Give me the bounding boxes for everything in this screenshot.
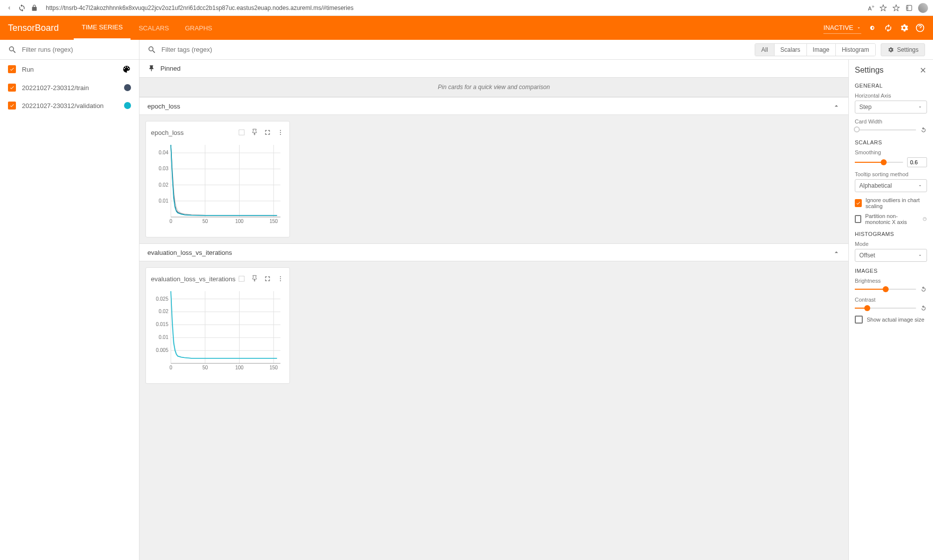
check-icon (856, 201, 861, 206)
brightness-slider[interactable] (855, 289, 916, 290)
help-icon[interactable]: ? (923, 216, 927, 222)
group-title: evaluation_loss_vs_iterations (147, 249, 232, 256)
chevron-down-icon (856, 25, 861, 30)
gear-icon (899, 23, 909, 33)
avatar[interactable] (918, 3, 928, 13)
more-icon[interactable] (276, 128, 284, 136)
toggle-histogram[interactable]: Histogram (836, 44, 875, 56)
run-name: 20221027-230312/validation (22, 102, 118, 110)
more-icon[interactable] (276, 275, 284, 283)
mode-select[interactable]: Offset (855, 249, 927, 262)
tooltip-sort-select[interactable]: Alphabetical (855, 179, 927, 192)
tooltip-sort-label: Tooltip sorting method (855, 171, 927, 177)
favorite-icon[interactable] (892, 4, 900, 12)
read-icon[interactable] (879, 4, 887, 12)
pin-icon (147, 65, 155, 73)
fit-icon[interactable] (238, 275, 246, 283)
reload-button[interactable] (883, 23, 893, 33)
back-icon[interactable] (5, 4, 13, 12)
settings-panel: Settings GENERAL Horizontal Axis Step Ca… (848, 60, 933, 560)
histograms-section-label: HISTOGRAMS (855, 231, 927, 237)
images-section-label: IMAGES (855, 268, 927, 274)
fullscreen-icon[interactable] (264, 275, 271, 283)
smoothing-slider[interactable] (855, 162, 903, 163)
smoothing-label: Smoothing (855, 149, 927, 155)
run-checkbox[interactable] (8, 65, 16, 73)
chevron-down-icon (918, 253, 923, 258)
chart-eval_loss[interactable]: 0501001500.0050.010.0150.020.025 (151, 289, 284, 378)
close-icon[interactable] (919, 66, 927, 74)
svg-text:50: 50 (202, 219, 208, 224)
collections-icon[interactable] (905, 4, 913, 12)
browser-bar: https://tnsrb-4c7l2akozhhnnk6x8xvuqu22jc… (0, 0, 933, 16)
brightness-icon (867, 23, 877, 33)
gear-icon (887, 46, 894, 53)
partition-checkbox[interactable] (855, 215, 861, 223)
toggle-scalars[interactable]: Scalars (775, 44, 807, 56)
svg-text:0.01: 0.01 (159, 335, 169, 340)
filter-tags-input[interactable] (161, 46, 750, 53)
help-button[interactable] (915, 23, 925, 33)
group-header[interactable]: epoch_loss (139, 97, 848, 115)
horizontal-axis-label: Horizontal Axis (855, 93, 927, 99)
contrast-label: Contrast (855, 297, 927, 303)
fullscreen-icon[interactable] (264, 128, 271, 136)
group-header[interactable]: evaluation_loss_vs_iterations (139, 243, 848, 261)
toggle-all[interactable]: All (755, 44, 774, 56)
mode-label: Mode (855, 241, 927, 247)
fit-icon[interactable] (238, 128, 246, 136)
chart-svg: 0501001500.010.020.030.04 (151, 142, 283, 227)
scalars-section-label: SCALARS (855, 139, 927, 145)
status-dropdown[interactable]: INACTIVE (823, 22, 861, 34)
ignore-outliers-checkbox[interactable] (855, 199, 862, 207)
horizontal-axis-select[interactable]: Step (855, 101, 927, 113)
palette-icon[interactable] (122, 65, 131, 74)
theme-button[interactable] (867, 23, 877, 33)
chart-card: evaluation_loss_vs_iterations0501001500.… (145, 267, 290, 384)
refresh-icon[interactable] (18, 4, 26, 12)
reset-icon[interactable] (920, 126, 927, 133)
group-body: evaluation_loss_vs_iterations0501001500.… (139, 261, 848, 390)
toggle-image[interactable]: Image (807, 44, 836, 56)
run-checkbox[interactable] (8, 84, 16, 92)
tab-time-series[interactable]: TIME SERIES (74, 16, 131, 40)
run-color-swatch[interactable] (124, 84, 131, 91)
run-checkbox[interactable] (8, 102, 16, 110)
nav-tabs: TIME SERIES SCALARS GRAPHS (74, 16, 220, 40)
run-name: Run (22, 66, 116, 73)
show-actual-checkbox[interactable] (855, 316, 863, 324)
settings-button-label: Settings (897, 46, 919, 53)
chevron-up-icon (832, 248, 840, 256)
pin-icon[interactable] (251, 128, 259, 136)
url-bar[interactable]: https://tnsrb-4c7l2akozhhnnk6x8xvuqu22jc… (43, 4, 863, 11)
svg-text:150: 150 (269, 219, 278, 224)
svg-text:?: ? (924, 218, 926, 220)
reset-icon[interactable] (920, 286, 927, 293)
smoothing-input[interactable] (907, 157, 927, 167)
tab-graphs[interactable]: GRAPHS (177, 16, 220, 40)
run-item: 20221027-230312/validation (0, 97, 139, 114)
contrast-slider[interactable] (855, 308, 916, 309)
card-width-slider[interactable] (855, 129, 916, 130)
filter-runs-input[interactable] (22, 46, 131, 53)
svg-text:150: 150 (269, 365, 278, 370)
chart-epoch_loss[interactable]: 0501001500.010.020.030.04 (151, 142, 284, 232)
chevron-up-icon (832, 102, 840, 110)
svg-text:100: 100 (235, 365, 244, 370)
settings-gear-button[interactable] (899, 23, 909, 33)
tab-scalars[interactable]: SCALARS (131, 16, 177, 40)
reset-icon[interactable] (920, 305, 927, 312)
text-size-icon[interactable]: A» (868, 4, 874, 11)
svg-text:0.01: 0.01 (159, 198, 169, 204)
pin-icon[interactable] (251, 275, 259, 283)
settings-panel-title: Settings (855, 66, 884, 75)
general-section-label: GENERAL (855, 83, 927, 89)
settings-button[interactable]: Settings (881, 43, 925, 56)
logo: TensorBoard (8, 23, 59, 33)
svg-rect-2 (239, 130, 245, 135)
svg-text:0.02: 0.02 (159, 182, 169, 188)
search-icon (147, 45, 156, 54)
show-actual-label: Show actual image size (867, 317, 925, 323)
svg-text:0: 0 (169, 365, 172, 370)
run-color-swatch[interactable] (124, 102, 131, 109)
